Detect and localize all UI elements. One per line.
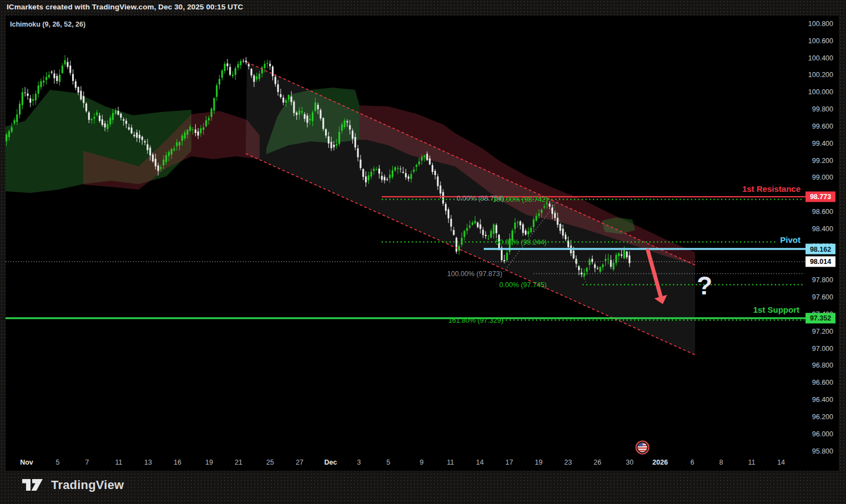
level-label: Pivot [780, 235, 801, 245]
time-tick-label: 30 [626, 459, 634, 466]
indicator-label[interactable]: Ichimoku (9, 26, 52, 26) [10, 21, 85, 28]
fib-label: 50.00% (98.244) [495, 238, 546, 246]
time-tick-label: 2026 [652, 459, 668, 466]
svg-text:98.014: 98.014 [810, 258, 831, 266]
chart-area[interactable]: Ichimoku (9, 26, 52, 26) 0.00% (98.754)1… [6, 16, 839, 471]
price-tick-label: 99.600 [812, 123, 833, 130]
tradingview-watermark[interactable]: TradingView [21, 477, 124, 493]
price-tick-label: 99.000 [812, 174, 833, 181]
price-tick-label: 98.400 [812, 225, 833, 233]
time-tick-label: 25 [266, 459, 274, 466]
time-tick-label: 11 [115, 459, 123, 466]
time-tick-label: 5 [387, 459, 391, 466]
time-tick-label: 13 [144, 459, 152, 466]
time-axis[interactable]: Nov5711131619212527Dec359111417192326302… [20, 459, 785, 466]
price-tick-label: 97.200 [812, 328, 833, 335]
price-tick-label: 99.200 [812, 157, 833, 165]
level-label: 1st Resistance [742, 184, 801, 194]
price-axis[interactable]: 100.800100.600100.400100.200100.00099.80… [808, 20, 833, 455]
us-flag-event-icon[interactable] [636, 441, 649, 454]
question-mark: ? [697, 271, 712, 300]
descending-channel-fill [246, 62, 695, 355]
page: { "attribution": "ICmarkets created with… [0, 0, 846, 504]
time-tick-label: 5 [56, 459, 60, 466]
svg-text:98.162: 98.162 [810, 246, 831, 253]
time-tick-label: 23 [564, 459, 572, 466]
price-tick-label: 100.000 [808, 88, 833, 96]
level-label: 1st Support [753, 305, 799, 314]
price-tick-label: 97.800 [812, 276, 833, 284]
price-tick-label: 100.600 [808, 37, 833, 45]
tradingview-logo-text: TradingView [51, 478, 124, 492]
price-tick-label: 96.200 [812, 413, 833, 421]
price-tick-label: 96.000 [812, 430, 833, 438]
time-tick-label: 19 [205, 459, 213, 466]
time-tick-label: 14 [476, 459, 484, 466]
time-tick-label: 7 [85, 459, 89, 466]
time-tick-label: 3 [357, 459, 361, 466]
time-tick-label: 9 [420, 459, 424, 466]
time-tick-label: 26 [594, 459, 601, 466]
price-tick-label: 100.400 [808, 54, 833, 62]
price-tick-label: 99.400 [812, 140, 833, 147]
chart-canvas[interactable]: 0.00% (98.754)100.00% (98.742)50.00% (98… [6, 16, 839, 471]
time-tick-label: 16 [174, 459, 181, 466]
price-tick-label: 96.600 [812, 379, 833, 386]
fib-label: 0.00% (97.745) [499, 281, 546, 289]
time-tick-label: 11 [748, 459, 756, 466]
price-tick-label: 96.800 [812, 362, 833, 369]
price-tick-label: 100.800 [808, 20, 833, 28]
time-tick-label: 19 [535, 459, 543, 466]
fib-label: 100.00% (97.873) [447, 270, 502, 278]
time-tick-label: 11 [447, 459, 454, 466]
price-tick-label: 95.800 [812, 447, 833, 455]
time-tick-label: 8 [720, 459, 723, 466]
time-tick-label: 14 [777, 459, 785, 466]
time-tick-label: 27 [296, 459, 303, 466]
tradingview-logo-icon [21, 477, 44, 493]
price-tick-label: 96.400 [812, 396, 833, 404]
time-tick-label: Nov [20, 459, 33, 466]
time-tick-label: 17 [505, 459, 513, 466]
time-tick-label: 6 [691, 459, 695, 466]
time-tick-label: Dec [325, 459, 337, 466]
price-tick-label: 100.200 [808, 71, 833, 79]
svg-text:98.773: 98.773 [810, 193, 831, 201]
price-tick-label: 99.800 [812, 105, 833, 113]
fib-label: 161.80% (97.329) [448, 317, 503, 324]
fib-label: 100.00% (98.742) [493, 196, 548, 203]
attribution-text: ICmarkets created with TradingView.com, … [7, 3, 243, 11]
time-tick-label: 21 [235, 459, 242, 466]
price-tick-label: 98.600 [812, 208, 833, 216]
price-tick-label: 97.000 [812, 345, 833, 353]
price-tick-label: 97.600 [812, 293, 833, 301]
svg-text:97.352: 97.352 [810, 314, 831, 322]
